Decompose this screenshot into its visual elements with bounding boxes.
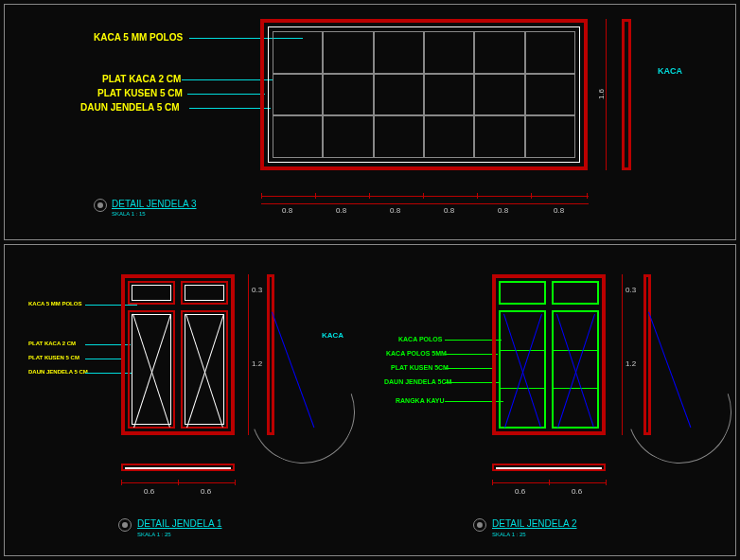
d1-label-3: PLAT KUSEN 5 CM (28, 355, 79, 360)
leader-line (187, 94, 265, 95)
label-kaca-side: KACA (658, 66, 682, 76)
dim-value: 0.8 (444, 206, 454, 215)
leader-line (189, 108, 271, 109)
dim-value: 0.6 (144, 487, 154, 496)
leader-line (182, 79, 273, 80)
marker-icon (118, 518, 132, 532)
window-3-grid (273, 31, 575, 158)
title-detail-1: DETAIL JENDELA 1 (137, 518, 221, 529)
scale-detail-3: SKALA 1 : 15 (112, 211, 146, 217)
d1-label-1: KACA 5 MM POLOS (28, 301, 81, 306)
d2-label-4: DAUN JENDELA 5CM (384, 378, 451, 385)
dim-value: 0.8 (498, 206, 508, 215)
marker-icon (94, 199, 107, 212)
leader-line (85, 359, 125, 359)
window-2-plan (492, 464, 606, 471)
dim-value: 0.3 (625, 286, 636, 294)
dim-horiz (261, 196, 589, 197)
scale-detail-2: SKALA 1 : 25 (492, 532, 526, 537)
dim-value: 0.6 (201, 487, 211, 496)
title-detail-2: DETAIL JENDELA 2 (492, 518, 576, 529)
dim-vert (248, 274, 249, 435)
window-2-transom-r (552, 281, 599, 305)
d1-label-4: DAUN JENDELA 5 CM (28, 369, 88, 375)
marker-icon (473, 518, 486, 532)
dim-vert (622, 274, 623, 435)
label-kaca-5mm: KACA 5 MM POLOS (94, 32, 183, 43)
title-detail-3: DETAIL JENDELA 3 (112, 199, 196, 209)
dim-value: 0.8 (336, 206, 346, 215)
dim-value: 0.8 (390, 206, 400, 215)
d2-label-1: KACA POLOS (398, 336, 442, 342)
window-2-transom-l (499, 281, 546, 305)
dim-value: 0.6 (572, 487, 582, 496)
d2-label-5: RANGKA KAYU (396, 397, 445, 404)
dim-value: 1.2 (625, 359, 636, 368)
label-plat-kusen: PLAT KUSEN 5 CM (97, 88, 183, 98)
label-daun-jendela: DAUN JENDELA 5 CM (80, 102, 180, 113)
dim-horiz (261, 203, 589, 204)
window-3-section (622, 19, 631, 170)
d2-label-3: PLAT KUSEN 5CM (391, 364, 449, 371)
scale-detail-1: SKALA 1 : 25 (137, 532, 171, 537)
dim-value: 0.3 (252, 286, 262, 294)
label-plat-kaca: PLAT KACA 2 CM (102, 74, 181, 84)
d1-label-2: PLAT KACA 2 CM (28, 341, 76, 346)
d1-label-kaca: KACA (322, 331, 344, 340)
window-1-plan (121, 464, 235, 471)
dim-vert (606, 19, 607, 170)
d2-label-2: KACA POLOS 5MM (386, 350, 447, 357)
dim-value: 0.6 (515, 487, 525, 496)
dim-value: 1.6 (597, 89, 606, 99)
dim-value: 1.2 (252, 359, 262, 368)
dim-value: 0.8 (282, 206, 292, 215)
dim-value: 0.8 (554, 206, 564, 215)
